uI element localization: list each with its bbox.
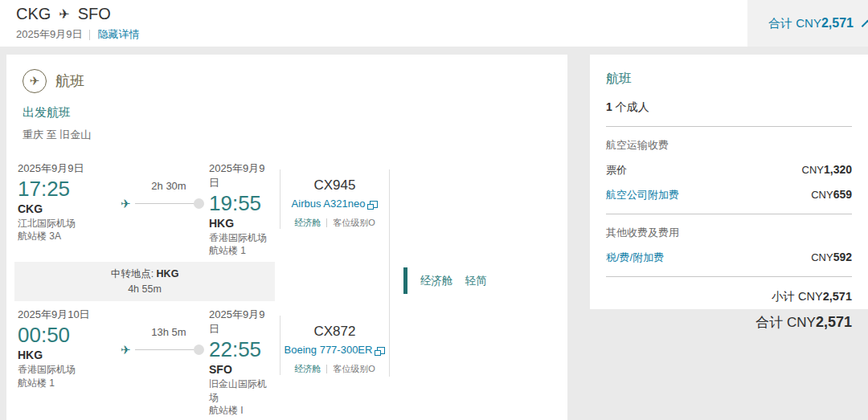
flight-path-line	[135, 203, 201, 204]
cabin-class: 经济舱	[294, 217, 321, 229]
departure-flight-heading: 出发航班	[23, 105, 551, 120]
passenger-label: 个成人	[616, 100, 649, 113]
segment-duration: 2h 30m	[121, 180, 201, 192]
fare-label: 票价	[606, 163, 627, 177]
departure-airport-name: 香港国际机场	[18, 363, 121, 376]
total-line: 合计 CNY2,571	[606, 313, 852, 332]
departure-terminal: 航站楼 3A	[18, 230, 121, 243]
selected-fare: 经济舱 轻简	[403, 267, 487, 294]
fare-accent-bar	[403, 267, 407, 294]
fare-row: 票价 CNY1,320	[606, 163, 852, 177]
departure-date: 2025年9月9日	[16, 27, 82, 42]
open-popup-icon	[377, 347, 385, 354]
arrival-airport-code: SFO	[209, 363, 275, 376]
route-title: CKG ✈ SFO	[16, 5, 111, 23]
hide-details-link[interactable]: 隐藏详情	[97, 27, 139, 42]
departure-date: 2025年9月10日	[18, 308, 121, 322]
flight-section-icon: ✈	[23, 69, 47, 93]
subtotal-label: 小计 CNY	[772, 290, 823, 303]
total-price-toggle[interactable]: 合计 CNY2,571	[747, 0, 868, 47]
grand-total-amount: 2,571	[816, 314, 852, 330]
surcharge-link[interactable]: 航空公司附加费	[606, 188, 679, 202]
subtotal-amount: 2,571	[823, 290, 852, 303]
price-breakdown-card: 航班 1 个成人 航空运输收费 票价 CNY1,320 航空公司附加费 CNY6…	[590, 55, 868, 309]
segment-duration: 13h 5m	[121, 326, 201, 338]
divider	[326, 218, 327, 227]
tax-link[interactable]: 税/费/附加费	[606, 251, 664, 265]
divider	[606, 214, 852, 214]
passenger-count: 1	[606, 100, 612, 113]
plane-icon: ✈	[121, 198, 131, 210]
flight-segment: 2025年9月9日 17:25 CKG 江北国际机场 航站楼 3A 2h 30m…	[18, 161, 389, 257]
arrival-airport-code: HKG	[209, 217, 275, 230]
departure-time: 00:50	[18, 323, 121, 348]
arrival-date: 2025年9月9日	[209, 308, 275, 336]
flight-details-card: ✈ 航班 出发航班 重庆 至 旧金山 2025年9月9日 17:25 CKG 江…	[6, 55, 567, 420]
arrival-terminal: 航站楼 1	[209, 244, 275, 257]
arrival-airport-name: 香港国际机场	[209, 231, 275, 244]
booking-class: 客位级别O	[333, 363, 375, 375]
price-panel-title: 航班	[606, 71, 852, 88]
departure-terminal: 航站楼 1	[18, 377, 121, 389]
other-charges-label: 其他收费及费用	[606, 226, 852, 240]
fare-column: 经济舱 轻简	[389, 169, 567, 377]
plane-icon: ✈	[30, 74, 40, 88]
fare-currency: CNY	[802, 164, 824, 176]
fare-brand: 轻简	[465, 274, 487, 288]
flight-segment: 2025年9月10日 00:50 HKG 香港国际机场 航站楼 1 13h 5m…	[18, 308, 389, 417]
divider	[89, 30, 90, 40]
chevron-up-icon	[862, 19, 868, 32]
grand-total-label: 合计 CNY	[755, 315, 816, 330]
total-label: 合计 CNY	[768, 16, 821, 31]
tax-currency: CNY	[811, 251, 833, 263]
transfer-label: 中转地点:	[111, 268, 154, 279]
route-cities: 重庆 至 旧金山	[23, 128, 551, 142]
plane-icon: ✈	[59, 6, 69, 22]
transfer-airport-code: HKG	[157, 268, 179, 279]
aircraft-link[interactable]: Airbus A321neo	[292, 198, 366, 210]
departure-airport-code: HKG	[18, 349, 121, 361]
arrival-date: 2025年9月9日	[209, 161, 275, 190]
departure-airport-code: CKG	[18, 202, 121, 215]
divider	[606, 126, 852, 127]
aircraft-link[interactable]: Boeing 777-300ER	[285, 344, 373, 356]
booking-class: 客位级别O	[333, 217, 375, 229]
fare-amount: 1,320	[824, 163, 852, 176]
total-amount: 2,571	[821, 16, 854, 31]
departure-time: 17:25	[18, 177, 121, 202]
transfer-info-box: 中转地点: HKG 4h 55m	[14, 262, 275, 301]
tax-amount: 592	[833, 251, 852, 263]
tax-row: 税/费/附加费 CNY592	[606, 251, 852, 265]
origin-code: CKG	[16, 5, 51, 23]
divider	[326, 365, 327, 373]
flight-number: CX872	[314, 324, 356, 340]
open-popup-icon	[370, 201, 378, 208]
transfer-duration: 4h 55m	[14, 283, 275, 295]
route-summary-header: CKG ✈ SFO 2025年9月9日 隐藏详情 合计 CNY2,571	[0, 0, 868, 47]
flight-number: CX945	[314, 177, 356, 194]
surcharge-currency: CNY	[811, 189, 833, 201]
surcharge-amount: 659	[833, 188, 852, 201]
departure-airport-name: 江北国际机场	[18, 217, 121, 230]
arrival-airport-name: 旧金山国际机场	[209, 377, 275, 403]
destination-code: SFO	[78, 5, 111, 23]
arrival-time: 19:55	[209, 191, 275, 216]
subtotal-line: 小计 CNY2,571	[606, 289, 852, 304]
fare-cabin: 经济舱	[420, 274, 453, 288]
arrival-terminal: 航站楼 I	[209, 404, 275, 417]
air-charges-label: 航空运输收费	[606, 138, 852, 153]
arrival-time: 22:55	[209, 337, 275, 362]
flight-section-title: 航班	[55, 71, 84, 91]
departure-date: 2025年9月9日	[18, 161, 121, 176]
plane-icon: ✈	[121, 344, 131, 356]
surcharge-row: 航空公司附加费 CNY659	[606, 188, 852, 202]
flight-path-line	[135, 349, 201, 350]
cabin-class: 经济舱	[294, 363, 321, 375]
divider	[606, 276, 852, 277]
